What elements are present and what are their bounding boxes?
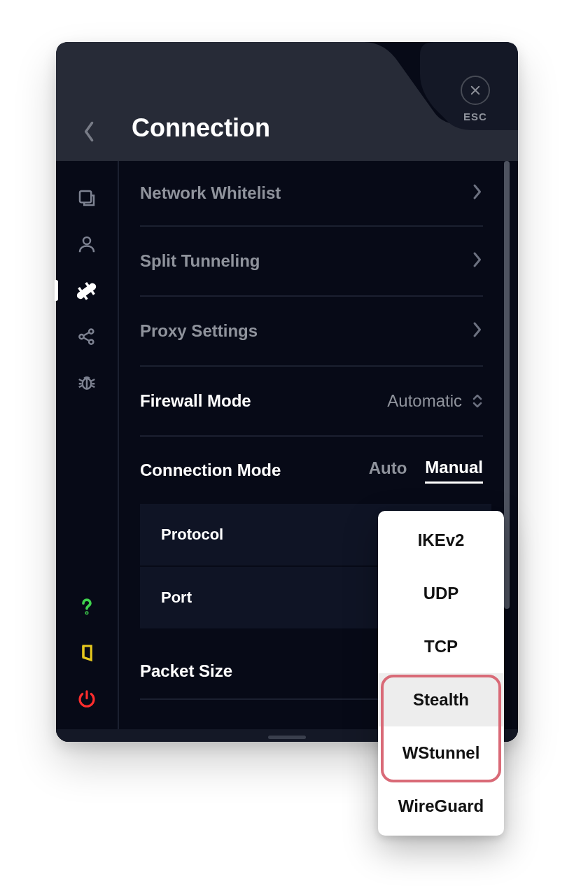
sidebar-item-account[interactable] xyxy=(55,221,118,267)
row-label: Split Tunneling xyxy=(140,251,260,271)
connection-mode-manual[interactable]: Manual xyxy=(425,458,483,484)
port-label: Port xyxy=(161,589,192,607)
protocol-option-stealth[interactable]: Stealth xyxy=(378,673,504,726)
protocol-option-ikev2[interactable]: IKEv2 xyxy=(378,514,504,567)
chevron-right-icon xyxy=(470,319,483,343)
sidebar-item-power[interactable] xyxy=(55,676,118,722)
sidebar-item-debug[interactable] xyxy=(55,360,118,406)
resize-handle[interactable] xyxy=(268,736,306,739)
row-label: Packet Size xyxy=(140,661,232,681)
row-split-tunneling[interactable]: Split Tunneling xyxy=(140,227,483,297)
protocol-option-tcp[interactable]: TCP xyxy=(378,620,504,673)
row-firewall-mode[interactable]: Firewall Mode Automatic xyxy=(140,367,483,437)
sidebar-item-share[interactable] xyxy=(55,314,118,360)
firewall-mode-value: Automatic xyxy=(387,391,462,411)
header-background xyxy=(56,42,518,161)
row-label: Firewall Mode xyxy=(140,391,251,411)
sidebar-active-indicator xyxy=(55,280,58,301)
row-label: Proxy Settings xyxy=(140,321,258,341)
scrollbar[interactable] xyxy=(504,161,510,609)
row-label: Network Whitelist xyxy=(140,183,281,203)
back-button[interactable] xyxy=(76,118,104,146)
sort-icon xyxy=(472,394,483,408)
svg-point-1 xyxy=(83,237,90,244)
sidebar-item-logout[interactable] xyxy=(55,630,118,676)
chevron-right-icon xyxy=(470,181,483,205)
chevron-right-icon xyxy=(470,249,483,273)
svg-point-6 xyxy=(86,612,87,613)
sidebar-item-help[interactable] xyxy=(55,584,118,630)
svg-rect-0 xyxy=(80,191,91,202)
protocol-option-udp[interactable]: UDP xyxy=(378,567,504,620)
protocol-label: Protocol xyxy=(161,526,223,544)
row-label: Connection Mode xyxy=(140,460,281,480)
row-connection-mode: Connection Mode Auto Manual xyxy=(140,437,483,504)
sidebar-item-connection[interactable] xyxy=(55,267,118,314)
protocol-option-wireguard[interactable]: WireGuard xyxy=(378,780,504,833)
protocol-option-wstunnel[interactable]: WStunnel xyxy=(378,726,504,780)
close-button[interactable] xyxy=(461,76,490,105)
row-network-whitelist[interactable]: Network Whitelist xyxy=(140,161,483,227)
sidebar-item-general[interactable] xyxy=(55,175,118,221)
connection-mode-auto[interactable]: Auto xyxy=(369,458,407,482)
protocol-dropdown: IKEv2 UDP TCP Stealth WStunnel WireGuard xyxy=(378,511,504,836)
esc-label: ESC xyxy=(463,111,487,122)
sidebar xyxy=(56,161,119,733)
page-title: Connection xyxy=(132,113,270,143)
row-proxy-settings[interactable]: Proxy Settings xyxy=(140,297,483,367)
